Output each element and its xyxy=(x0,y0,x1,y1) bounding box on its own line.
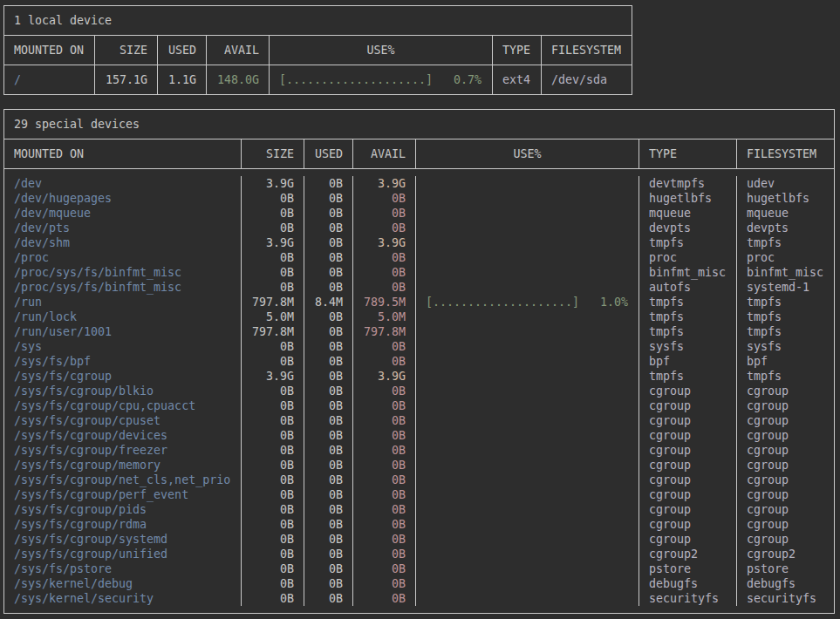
avail-cell: 0B xyxy=(353,458,416,473)
filesystem-cell: udev xyxy=(737,176,834,191)
device-row: /sys/fs/cgroup/freezer0B0B0Bcgroupcgroup xyxy=(4,443,834,458)
avail-cell: 3.9G xyxy=(353,235,416,250)
size-cell: 0B xyxy=(242,591,304,606)
size-cell: 5.0M xyxy=(242,310,304,324)
used-cell: 0B xyxy=(304,458,353,473)
size-cell: 3.9G xyxy=(242,176,304,191)
mount-cell: /sys/fs/cgroup/systemd xyxy=(4,532,242,547)
type-cell: cgroup2 xyxy=(639,547,737,561)
avail-cell: 0B xyxy=(353,339,416,354)
size-cell: 0B xyxy=(242,280,304,295)
avail-cell: 0B xyxy=(353,221,416,235)
avail-cell: 0B xyxy=(353,428,416,443)
column-header-used: USED xyxy=(158,36,207,65)
use-percent-cell: [....................]0.7% xyxy=(270,65,493,94)
type-cell: cgroup xyxy=(639,428,737,443)
used-cell: 0B xyxy=(304,398,353,413)
used-cell: 0B xyxy=(304,339,353,354)
type-cell: cgroup xyxy=(639,517,737,532)
size-cell: 0B xyxy=(242,473,304,487)
used-cell: 0B xyxy=(304,547,353,561)
mount-cell: /dev/hugepages xyxy=(4,191,242,206)
size-cell: 0B xyxy=(242,398,304,413)
device-row: /dev/hugepages0B0B0Bhugetlbfshugetlbfs xyxy=(4,191,834,206)
mount-cell: /sys/fs/cgroup/net_cls,net_prio xyxy=(4,473,242,487)
mount-cell: /sys/fs/cgroup/perf_event xyxy=(4,487,242,502)
column-header-avail: AVAIL xyxy=(207,36,270,65)
device-row: /sys/fs/cgroup/devices0B0B0Bcgroupcgroup xyxy=(4,428,834,443)
filesystem-cell: pstore xyxy=(737,561,834,576)
use-percent-cell xyxy=(416,354,639,369)
mount-cell: /proc/sys/fs/binfmt_misc xyxy=(4,265,242,280)
avail-cell: 0B xyxy=(353,191,416,206)
avail-cell: 0B xyxy=(353,502,416,517)
column-header-filesystem: FILESYSTEM xyxy=(542,36,632,65)
used-cell: 0B xyxy=(304,413,353,428)
device-row: /sys/fs/cgroup/unified0B0B0Bcgroup2cgrou… xyxy=(4,547,834,561)
device-row: /dev/shm3.9G0B3.9Gtmpfstmpfs xyxy=(4,235,834,250)
column-header-size: SIZE xyxy=(242,139,304,169)
type-cell: cgroup xyxy=(639,413,737,428)
filesystem-cell: cgroup xyxy=(737,487,834,502)
size-cell: 0B xyxy=(242,458,304,473)
use-percent-cell xyxy=(416,310,639,324)
size-cell: 0B xyxy=(242,206,304,221)
type-cell: pstore xyxy=(639,561,737,576)
size-cell: 0B xyxy=(242,532,304,547)
special-devices-body: /dev3.9G0B3.9Gdevtmpfsudev/dev/hugepages… xyxy=(4,169,834,606)
avail-cell: 3.9G xyxy=(353,176,416,191)
size-cell: 0B xyxy=(242,517,304,532)
used-cell: 0B xyxy=(304,354,353,369)
size-cell: 0B xyxy=(242,413,304,428)
size-cell: 3.9G xyxy=(242,235,304,250)
filesystem-cell: tmpfs xyxy=(737,324,834,339)
filesystem-cell: /dev/sda xyxy=(542,65,632,94)
usage-percent: 1.0% xyxy=(600,295,628,310)
avail-cell: 0B xyxy=(353,561,416,576)
type-cell: tmpfs xyxy=(639,324,737,339)
device-row: /run/lock5.0M0B5.0Mtmpfstmpfs xyxy=(4,310,834,324)
use-percent-cell xyxy=(416,443,639,458)
avail-cell: 0B xyxy=(353,265,416,280)
avail-cell: 0B xyxy=(353,354,416,369)
filesystem-cell: cgroup xyxy=(737,413,834,428)
size-cell: 0B xyxy=(242,561,304,576)
filesystem-cell: tmpfs xyxy=(737,310,834,324)
type-cell: cgroup xyxy=(639,443,737,458)
use-percent-cell xyxy=(416,487,639,502)
filesystem-cell: cgroup xyxy=(737,532,834,547)
use-percent-cell xyxy=(416,206,639,221)
mount-cell: /run/user/1001 xyxy=(4,324,242,339)
local-devices-title: 1 local device xyxy=(4,6,632,36)
use-percent-cell xyxy=(416,398,639,413)
filesystem-cell: cgroup xyxy=(737,473,834,487)
device-row: /sys/fs/cgroup3.9G0B3.9Gtmpfstmpfs xyxy=(4,369,834,384)
column-header-size: SIZE xyxy=(95,36,158,65)
use-percent-cell xyxy=(416,517,639,532)
avail-cell: 5.0M xyxy=(353,310,416,324)
filesystem-cell: systemd-1 xyxy=(737,280,834,295)
filesystem-cell: tmpfs xyxy=(737,369,834,384)
device-row: /sys/kernel/debug0B0B0Bdebugfsdebugfs xyxy=(4,576,834,591)
filesystem-cell: tmpfs xyxy=(737,295,834,310)
special-devices-title: 29 special devices xyxy=(4,110,834,139)
device-row: /run797.8M8.4M789.5M[...................… xyxy=(4,295,834,310)
used-cell: 0B xyxy=(304,235,353,250)
usage-percent: 0.7% xyxy=(454,72,481,87)
avail-cell: 0B xyxy=(353,250,416,265)
avail-cell: 0B xyxy=(353,384,416,398)
filesystem-cell: mqueue xyxy=(737,206,834,221)
use-percent-cell xyxy=(416,221,639,235)
use-percent-cell: [....................]1.0% xyxy=(416,295,639,310)
type-cell: devtmpfs xyxy=(639,176,737,191)
size-cell: 3.9G xyxy=(242,369,304,384)
avail-cell: 0B xyxy=(353,591,416,606)
avail-cell: 0B xyxy=(353,487,416,502)
device-row: /sys/fs/cgroup/pids0B0B0Bcgroupcgroup xyxy=(4,502,834,517)
use-percent-cell xyxy=(416,280,639,295)
used-cell: 0B xyxy=(304,532,353,547)
use-percent-cell xyxy=(416,384,639,398)
size-cell: 0B xyxy=(242,339,304,354)
type-cell: binfmt_misc xyxy=(639,265,737,280)
used-cell: 0B xyxy=(304,310,353,324)
